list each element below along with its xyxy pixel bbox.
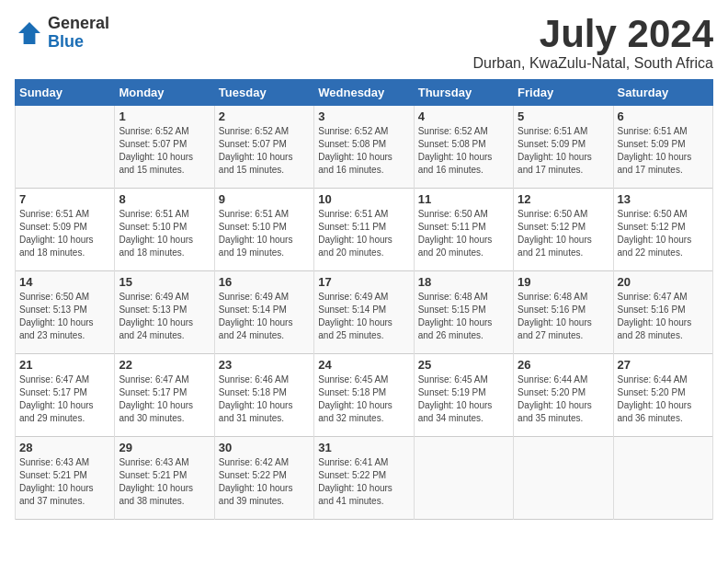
- day-number: 30: [219, 441, 310, 454]
- day-sun-info: Sunrise: 6:47 AM Sunset: 5:17 PM Dayligh…: [119, 373, 210, 425]
- day-number: 31: [318, 441, 409, 454]
- day-number: 26: [518, 358, 609, 372]
- col-tuesday: Tuesday: [214, 80, 313, 106]
- day-sun-info: Sunrise: 6:52 AM Sunset: 5:07 PM Dayligh…: [119, 125, 210, 177]
- col-monday: Monday: [115, 80, 214, 106]
- calendar-day-cell: 13Sunrise: 6:50 AM Sunset: 5:12 PM Dayli…: [613, 189, 712, 271]
- calendar-week-row: 28Sunrise: 6:43 AM Sunset: 5:21 PM Dayli…: [16, 437, 713, 520]
- day-number: 24: [318, 358, 409, 372]
- logo: General Blue: [15, 15, 109, 52]
- calendar-day-cell: 21Sunrise: 6:47 AM Sunset: 5:17 PM Dayli…: [16, 354, 115, 437]
- day-sun-info: Sunrise: 6:44 AM Sunset: 5:20 PM Dayligh…: [618, 373, 709, 425]
- title-section: July 2024 Durban, KwaZulu-Natal, South A…: [473, 15, 713, 72]
- day-number: 28: [19, 441, 110, 454]
- day-number: 18: [418, 275, 509, 289]
- logo-general-text: General: [48, 15, 109, 33]
- calendar-day-cell: [613, 437, 712, 520]
- day-number: 29: [119, 441, 210, 454]
- day-sun-info: Sunrise: 6:49 AM Sunset: 5:14 PM Dayligh…: [318, 291, 409, 342]
- calendar-day-cell: 14Sunrise: 6:50 AM Sunset: 5:13 PM Dayli…: [16, 271, 115, 354]
- calendar-day-cell: [514, 437, 613, 520]
- calendar-day-cell: 2Sunrise: 6:52 AM Sunset: 5:07 PM Daylig…: [214, 106, 313, 189]
- calendar-body: 1Sunrise: 6:52 AM Sunset: 5:07 PM Daylig…: [16, 106, 713, 520]
- calendar-day-cell: 29Sunrise: 6:43 AM Sunset: 5:21 PM Dayli…: [115, 437, 214, 520]
- day-number: 5: [518, 109, 609, 123]
- day-sun-info: Sunrise: 6:44 AM Sunset: 5:20 PM Dayligh…: [518, 373, 609, 425]
- calendar-week-row: 1Sunrise: 6:52 AM Sunset: 5:07 PM Daylig…: [16, 106, 713, 189]
- day-number: 8: [119, 192, 210, 206]
- day-sun-info: Sunrise: 6:52 AM Sunset: 5:08 PM Dayligh…: [418, 125, 509, 177]
- day-number: 10: [318, 192, 409, 206]
- calendar-day-cell: 26Sunrise: 6:44 AM Sunset: 5:20 PM Dayli…: [514, 354, 613, 437]
- day-sun-info: Sunrise: 6:51 AM Sunset: 5:09 PM Dayligh…: [19, 208, 110, 259]
- calendar-day-cell: 3Sunrise: 6:52 AM Sunset: 5:08 PM Daylig…: [314, 106, 414, 189]
- day-sun-info: Sunrise: 6:51 AM Sunset: 5:09 PM Dayligh…: [518, 125, 609, 177]
- logo-icon: [15, 18, 44, 48]
- calendar-day-cell: 18Sunrise: 6:48 AM Sunset: 5:15 PM Dayli…: [414, 271, 513, 354]
- day-number: 13: [618, 192, 709, 206]
- day-number: 19: [518, 275, 609, 289]
- day-sun-info: Sunrise: 6:47 AM Sunset: 5:16 PM Dayligh…: [618, 291, 709, 342]
- calendar-week-row: 21Sunrise: 6:47 AM Sunset: 5:17 PM Dayli…: [16, 354, 713, 437]
- calendar-day-cell: 1Sunrise: 6:52 AM Sunset: 5:07 PM Daylig…: [115, 106, 214, 189]
- day-number: 14: [19, 275, 110, 289]
- day-sun-info: Sunrise: 6:49 AM Sunset: 5:13 PM Dayligh…: [119, 291, 210, 342]
- day-number: 1: [119, 109, 210, 123]
- calendar-day-cell: 20Sunrise: 6:47 AM Sunset: 5:16 PM Dayli…: [613, 271, 712, 354]
- day-sun-info: Sunrise: 6:42 AM Sunset: 5:22 PM Dayligh…: [219, 456, 310, 508]
- day-sun-info: Sunrise: 6:43 AM Sunset: 5:21 PM Dayligh…: [19, 456, 110, 508]
- day-sun-info: Sunrise: 6:49 AM Sunset: 5:14 PM Dayligh…: [219, 291, 310, 342]
- calendar-day-cell: 27Sunrise: 6:44 AM Sunset: 5:20 PM Dayli…: [613, 354, 712, 437]
- col-wednesday: Wednesday: [314, 80, 414, 106]
- calendar-day-cell: 24Sunrise: 6:45 AM Sunset: 5:18 PM Dayli…: [314, 354, 414, 437]
- calendar-day-cell: 4Sunrise: 6:52 AM Sunset: 5:08 PM Daylig…: [414, 106, 513, 189]
- day-number: 12: [518, 192, 609, 206]
- day-number: 4: [418, 109, 509, 123]
- calendar-day-cell: 8Sunrise: 6:51 AM Sunset: 5:10 PM Daylig…: [115, 189, 214, 271]
- header-row: Sunday Monday Tuesday Wednesday Thursday…: [16, 80, 713, 106]
- day-sun-info: Sunrise: 6:51 AM Sunset: 5:10 PM Dayligh…: [219, 208, 310, 259]
- calendar-day-cell: 16Sunrise: 6:49 AM Sunset: 5:14 PM Dayli…: [214, 271, 313, 354]
- day-number: 17: [318, 275, 409, 289]
- day-number: 25: [418, 358, 509, 372]
- day-number: 6: [618, 109, 709, 123]
- calendar-day-cell: 22Sunrise: 6:47 AM Sunset: 5:17 PM Dayli…: [115, 354, 214, 437]
- calendar-day-cell: 28Sunrise: 6:43 AM Sunset: 5:21 PM Dayli…: [16, 437, 115, 520]
- day-sun-info: Sunrise: 6:43 AM Sunset: 5:21 PM Dayligh…: [119, 456, 210, 508]
- calendar-day-cell: 12Sunrise: 6:50 AM Sunset: 5:12 PM Dayli…: [514, 189, 613, 271]
- day-sun-info: Sunrise: 6:45 AM Sunset: 5:18 PM Dayligh…: [318, 373, 409, 425]
- svg-marker-0: [18, 22, 40, 44]
- calendar-table: Sunday Monday Tuesday Wednesday Thursday…: [15, 79, 713, 520]
- calendar-day-cell: 23Sunrise: 6:46 AM Sunset: 5:18 PM Dayli…: [214, 354, 313, 437]
- day-number: 20: [618, 275, 709, 289]
- day-number: 22: [119, 358, 210, 372]
- header: General Blue July 2024 Durban, KwaZulu-N…: [15, 15, 713, 72]
- calendar-day-cell: 25Sunrise: 6:45 AM Sunset: 5:19 PM Dayli…: [414, 354, 513, 437]
- calendar-week-row: 7Sunrise: 6:51 AM Sunset: 5:09 PM Daylig…: [16, 189, 713, 271]
- day-number: 15: [119, 275, 210, 289]
- month-year-title: July 2024: [473, 15, 713, 53]
- calendar-day-cell: 19Sunrise: 6:48 AM Sunset: 5:16 PM Dayli…: [514, 271, 613, 354]
- logo-blue-text: Blue: [48, 33, 109, 52]
- day-number: 27: [618, 358, 709, 372]
- calendar-day-cell: 31Sunrise: 6:41 AM Sunset: 5:22 PM Dayli…: [314, 437, 414, 520]
- day-sun-info: Sunrise: 6:52 AM Sunset: 5:08 PM Dayligh…: [318, 125, 409, 177]
- col-friday: Friday: [514, 80, 613, 106]
- day-sun-info: Sunrise: 6:45 AM Sunset: 5:19 PM Dayligh…: [418, 373, 509, 425]
- logo-text: General Blue: [48, 15, 109, 52]
- day-number: 3: [318, 109, 409, 123]
- calendar-day-cell: 5Sunrise: 6:51 AM Sunset: 5:09 PM Daylig…: [514, 106, 613, 189]
- day-sun-info: Sunrise: 6:46 AM Sunset: 5:18 PM Dayligh…: [219, 373, 310, 425]
- day-sun-info: Sunrise: 6:50 AM Sunset: 5:11 PM Dayligh…: [418, 208, 509, 259]
- day-sun-info: Sunrise: 6:41 AM Sunset: 5:22 PM Dayligh…: [318, 456, 409, 508]
- day-number: 9: [219, 192, 310, 206]
- day-number: 23: [219, 358, 310, 372]
- day-sun-info: Sunrise: 6:50 AM Sunset: 5:12 PM Dayligh…: [518, 208, 609, 259]
- day-sun-info: Sunrise: 6:51 AM Sunset: 5:09 PM Dayligh…: [618, 125, 709, 177]
- col-sunday: Sunday: [16, 80, 115, 106]
- calendar-header: Sunday Monday Tuesday Wednesday Thursday…: [16, 80, 713, 106]
- day-sun-info: Sunrise: 6:48 AM Sunset: 5:15 PM Dayligh…: [418, 291, 509, 342]
- day-sun-info: Sunrise: 6:51 AM Sunset: 5:11 PM Dayligh…: [318, 208, 409, 259]
- calendar-day-cell: [414, 437, 513, 520]
- location-subtitle: Durban, KwaZulu-Natal, South Africa: [473, 55, 713, 72]
